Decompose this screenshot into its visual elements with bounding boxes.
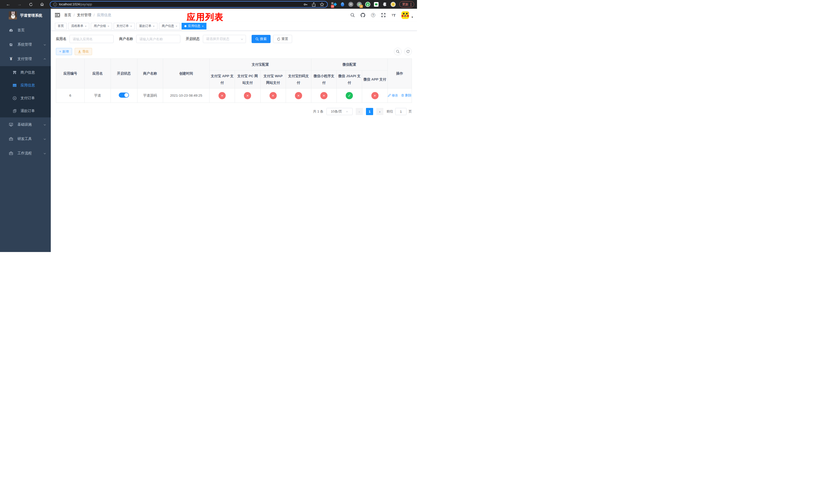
sidebar-item-label: 应用信息 xyxy=(21,83,35,88)
browser-back-icon[interactable]: ← xyxy=(3,2,14,7)
extension-smiley-icon[interactable]: ☺ xyxy=(391,2,396,7)
delete-link[interactable]: 删除 xyxy=(401,93,411,98)
export-button[interactable]: 导出 xyxy=(74,48,92,55)
sidebar-item-payment[interactable]: ¥ 支付管理 xyxy=(0,52,51,66)
browser-menu-icon[interactable] xyxy=(411,3,411,6)
chevron-down-icon xyxy=(346,110,348,113)
fullscreen-icon[interactable] xyxy=(381,13,386,18)
page-1-button[interactable]: 1 xyxy=(366,108,373,115)
help-icon[interactable]: ? xyxy=(371,13,376,18)
document-copy-icon xyxy=(12,109,17,113)
sidebar-item-app-info[interactable]: 应用信息 xyxy=(0,79,51,92)
page-suffix: 页 xyxy=(409,109,412,114)
col-alipay-qr: 支付宝扫码支付 xyxy=(286,70,311,88)
extension-pin-icon[interactable] xyxy=(340,2,345,7)
next-page-button[interactable]: › xyxy=(376,108,383,115)
briefcase-icon xyxy=(9,151,13,155)
add-button[interactable]: + 新增 xyxy=(56,48,72,55)
extension-sidebar-icon[interactable]: 10 xyxy=(331,2,336,7)
password-key-icon[interactable] xyxy=(303,2,308,7)
close-icon[interactable]: × xyxy=(107,25,109,28)
close-icon[interactable]: × xyxy=(176,25,177,28)
col-wechat-jsapi: 微信 JSAPI 支付 xyxy=(337,70,362,88)
coin-yen-icon: ¥ xyxy=(12,96,17,100)
close-icon[interactable]: × xyxy=(130,25,132,28)
app-name-input[interactable] xyxy=(69,35,114,43)
merchant-name-input[interactable] xyxy=(136,35,180,43)
edit-link[interactable]: 修改 xyxy=(388,93,398,98)
col-status: 开启状态 xyxy=(111,59,137,88)
tab-app-info[interactable]: 应用信息× xyxy=(181,23,206,29)
extension-badge: 10 xyxy=(331,5,334,8)
sidebar-item-workflow[interactable]: 工作流程 xyxy=(0,146,51,160)
search-form: 应用名 商户名称 开启状态 请选择开启状态 xyxy=(56,35,412,43)
extension-command-icon[interactable]: ⌘ xyxy=(348,2,353,7)
header-search-icon[interactable] xyxy=(350,13,355,18)
tab-process-form[interactable]: 流程表单× xyxy=(68,23,89,29)
page-size-select[interactable]: 10条/页 xyxy=(327,108,353,115)
chevron-down-icon xyxy=(43,43,46,46)
breadcrumb-payment[interactable]: 支付管理 xyxy=(77,13,91,18)
sidebar-item-home[interactable]: 首页 xyxy=(0,23,51,38)
plus-icon: + xyxy=(59,50,61,53)
toggle-search-button[interactable] xyxy=(394,48,402,55)
status-toggle[interactable] xyxy=(119,93,129,98)
github-icon[interactable] xyxy=(360,13,366,18)
address-bar[interactable]: i localhost:1024/pay/app xyxy=(50,1,328,8)
font-size-icon[interactable]: TT xyxy=(391,13,396,18)
browser-home-icon[interactable] xyxy=(37,2,48,6)
goto-label: 前往 xyxy=(387,109,393,114)
active-dot xyxy=(184,25,186,27)
extensions-puzzle-icon[interactable] xyxy=(382,2,387,7)
chevron-down-icon xyxy=(43,138,46,140)
bookmark-star-icon[interactable] xyxy=(320,2,324,7)
tab-user-group[interactable]: 用户分组× xyxy=(91,23,112,29)
sidebar: 芋道管理系统 首页 系统管理 ¥ 支付管理 xyxy=(0,9,51,252)
avatar-dropdown-caret-icon[interactable]: ▾ xyxy=(412,16,413,19)
cell-created: 2021-10-23 08:49:25 xyxy=(163,88,210,103)
table-toolbar: + 新增 导出 xyxy=(56,48,412,55)
status-select[interactable]: 请选择开启状态 xyxy=(203,35,246,43)
app-logo-row: 芋道管理系统 xyxy=(0,9,51,22)
tab-pay-order[interactable]: 支付订单× xyxy=(114,23,135,29)
extension-recorder-icon[interactable]: 1 xyxy=(357,2,362,7)
sidebar-item-refund-order[interactable]: 退款订单 xyxy=(0,105,51,117)
cell-merchant: 芋道源码 xyxy=(137,88,163,103)
collapse-sidebar-icon[interactable] xyxy=(55,13,60,18)
extension-chat-icon[interactable] xyxy=(374,2,379,7)
sidebar-item-merchant-info[interactable]: 商户信息 xyxy=(0,66,51,79)
table-row: 6 芋道 芋道源码 2021-10-23 08:49:25 × × × × × … xyxy=(56,88,412,103)
close-icon[interactable]: × xyxy=(85,25,86,28)
tab-merchant-info[interactable]: 商户信息× xyxy=(159,23,180,29)
browser-forward-icon[interactable]: → xyxy=(14,2,25,7)
prev-page-button[interactable]: ‹ xyxy=(356,108,363,115)
dashboard-icon xyxy=(9,28,13,32)
extension-y-icon[interactable]: y xyxy=(365,2,370,7)
col-actions: 操作 xyxy=(388,59,412,88)
sidebar-submenu-payment: 商户信息 应用信息 ¥ 支付订单 xyxy=(0,66,51,117)
close-icon[interactable]: × xyxy=(202,25,203,28)
close-icon[interactable]: × xyxy=(153,25,154,28)
page-info-icon[interactable]: i xyxy=(53,3,57,6)
browser-reload-icon[interactable] xyxy=(25,3,37,6)
goto-page-input[interactable] xyxy=(395,108,407,115)
group-wechat-config: 微信配置 xyxy=(311,59,388,70)
tab-refund-order[interactable]: 退款订单× xyxy=(136,23,157,29)
tab-home[interactable]: 首页 xyxy=(55,23,67,29)
sidebar-item-system[interactable]: 系统管理 xyxy=(0,38,51,52)
col-app-name: 应用名 xyxy=(85,59,111,88)
search-button[interactable]: 搜索 xyxy=(251,35,270,43)
reset-button[interactable]: 重置 xyxy=(273,35,292,43)
share-icon[interactable] xyxy=(312,2,316,7)
avatar[interactable] xyxy=(401,11,409,19)
sidebar-item-pay-order[interactable]: ¥ 支付订单 xyxy=(0,92,51,105)
col-alipay-pc: 支付宝 PC 网站支付 xyxy=(235,70,260,88)
app-name-label: 应用名 xyxy=(56,37,66,41)
cell-app-name: 芋道 xyxy=(85,88,111,103)
sidebar-item-dev-tools[interactable]: 研发工具 xyxy=(0,132,51,146)
browser-toolbar: ← → i localhost:1024/pay/app 10 ⌘ xyxy=(0,0,417,9)
sidebar-item-infrastructure[interactable]: 基础设施 xyxy=(0,117,51,132)
refresh-table-button[interactable] xyxy=(404,48,412,55)
browser-update-button[interactable]: 更新 xyxy=(399,1,414,7)
breadcrumb-home[interactable]: 首页 xyxy=(64,13,71,18)
